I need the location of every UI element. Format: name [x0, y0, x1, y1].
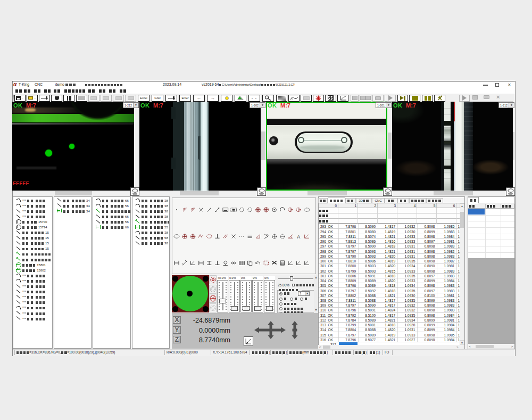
svg-text:A: A	[297, 234, 300, 240]
